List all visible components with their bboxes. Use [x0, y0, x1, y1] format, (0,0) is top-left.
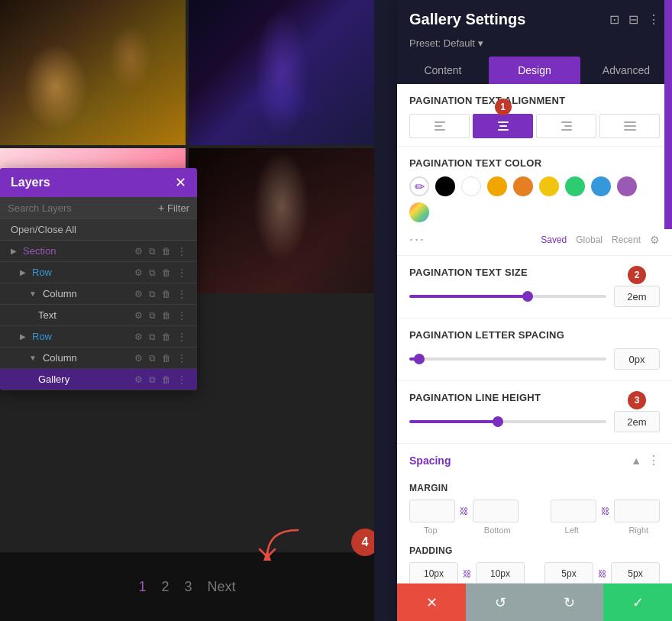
redo-button[interactable]: ↻	[535, 584, 603, 621]
margin-bottom-input[interactable]	[473, 500, 519, 522]
letter-spacing-value[interactable]: 0px	[614, 348, 660, 370]
color-swatch-white[interactable]	[461, 176, 481, 196]
duplicate-icon[interactable]: ⧉	[149, 310, 156, 321]
pagination-item-2[interactable]: 2	[161, 579, 169, 595]
pagination-next[interactable]: Next	[208, 579, 236, 595]
layer-item-column-2[interactable]: ▼ Column ⚙ ⧉ 🗑 ⋮	[0, 348, 197, 369]
settings-icon[interactable]: ⚙	[134, 289, 143, 299]
duplicate-icon[interactable]: ⧉	[149, 353, 156, 364]
global-colors-link[interactable]: Global	[576, 234, 603, 245]
spacing-section-header[interactable]: Spacing ▲ ⋮	[397, 444, 672, 477]
duplicate-icon[interactable]: ⧉	[149, 267, 156, 278]
more-icon[interactable]: ⋮	[177, 332, 186, 342]
layer-item-gallery[interactable]: Gallery ⚙ ⧉ 🗑 ⋮	[0, 369, 197, 390]
delete-icon[interactable]: 🗑	[162, 353, 171, 364]
preset-label: Preset: Default	[409, 37, 475, 49]
cancel-button[interactable]: ✕	[397, 584, 466, 621]
margin-right-input[interactable]	[614, 500, 660, 522]
settings-icon[interactable]: ⚙	[134, 310, 143, 321]
padding-top-input[interactable]: 10px	[409, 562, 458, 583]
duplicate-icon[interactable]: ⧉	[149, 374, 156, 385]
margin-top-input[interactable]	[409, 500, 455, 522]
margin-link-icon[interactable]: ⛓	[460, 500, 468, 522]
pagination-item-3[interactable]: 3	[185, 579, 192, 595]
layers-search-input[interactable]	[8, 202, 152, 214]
align-left-button[interactable]	[409, 114, 470, 138]
slider-thumb[interactable]	[414, 354, 425, 364]
text-size-value[interactable]: 2em	[614, 286, 660, 307]
layer-item-row-2[interactable]: ▶ Row ⚙ ⧉ 🗑 ⋮	[0, 326, 197, 348]
color-swatch-yellow[interactable]	[539, 176, 559, 196]
text-size-slider[interactable]	[409, 295, 606, 298]
color-swatch-purple[interactable]	[617, 176, 637, 196]
panel-header-icons: ⊡ ⊟ ⋮	[609, 12, 660, 27]
layers-close-button[interactable]: ✕	[175, 176, 186, 189]
slider-thumb[interactable]	[493, 416, 503, 427]
letter-spacing-slider[interactable]	[409, 357, 606, 361]
pagination-item-1[interactable]: 1	[138, 579, 146, 595]
more-icon[interactable]: ⋮	[177, 246, 186, 257]
responsive-icon[interactable]: ⊡	[609, 12, 619, 27]
more-icon[interactable]: ⋮	[177, 267, 186, 278]
margin-link-icon-2[interactable]: ⛓	[601, 500, 609, 522]
layer-item-section[interactable]: ▶ Section ⚙ ⧉ 🗑 ⋮	[0, 241, 197, 262]
layer-item-column-1[interactable]: ▼ Column ⚙ ⧉ 🗑 ⋮	[0, 283, 197, 305]
columns-icon[interactable]: ⊟	[628, 12, 638, 27]
more-icon[interactable]: ⋮	[177, 374, 186, 385]
delete-icon[interactable]: 🗑	[162, 374, 171, 385]
duplicate-icon[interactable]: ⧉	[149, 332, 156, 342]
color-swatch-green[interactable]	[565, 176, 585, 196]
margin-left-input[interactable]	[551, 500, 596, 522]
padding-left-right-link[interactable]: ⛓	[598, 569, 606, 578]
color-swatch-multicolor[interactable]	[409, 202, 429, 222]
layer-item-text[interactable]: Text ⚙ ⧉ 🗑 ⋮	[0, 305, 197, 326]
tab-advanced[interactable]: Advanced	[580, 57, 672, 84]
delete-icon[interactable]: 🗑	[162, 246, 171, 257]
layers-open-close-all[interactable]: Open/Close All	[0, 219, 197, 241]
saved-colors-link[interactable]: Saved	[541, 234, 567, 245]
line-height-slider[interactable]	[409, 420, 606, 423]
line-height-title: Pagination Line Height	[409, 392, 660, 403]
more-icon[interactable]: ⋮	[177, 289, 186, 299]
tab-design[interactable]: Design	[489, 57, 580, 84]
more-icon[interactable]: ⋮	[177, 353, 186, 364]
color-swatch-black[interactable]	[435, 176, 455, 196]
padding-bottom-input[interactable]: 10px	[476, 562, 525, 583]
delete-icon[interactable]: 🗑	[162, 289, 171, 299]
color-swatch-orange[interactable]	[513, 176, 533, 196]
tab-content[interactable]: Content	[397, 57, 489, 84]
more-options-icon[interactable]: ⋮	[648, 12, 660, 27]
padding-left-input[interactable]: 5px	[544, 562, 593, 583]
padding-top-bottom-link[interactable]: ⛓	[463, 569, 471, 578]
delete-icon[interactable]: 🗑	[162, 267, 171, 278]
color-picker-button[interactable]: ✏	[409, 176, 429, 196]
duplicate-icon[interactable]: ⧉	[149, 289, 156, 299]
collapse-spacing-icon[interactable]: ▲	[631, 454, 641, 467]
color-settings-icon[interactable]: ⚙	[650, 234, 660, 246]
reset-button[interactable]: ↺	[466, 584, 535, 621]
save-button[interactable]: ✓	[603, 584, 672, 621]
settings-icon[interactable]: ⚙	[134, 267, 143, 278]
spacing-more-icon[interactable]: ⋮	[648, 453, 660, 467]
settings-icon[interactable]: ⚙	[134, 353, 143, 364]
layers-filter-button[interactable]: Filter	[158, 202, 189, 214]
settings-icon[interactable]: ⚙	[134, 246, 143, 257]
line-height-value[interactable]: 2em	[614, 411, 660, 432]
align-center-button[interactable]: 1	[473, 114, 533, 138]
more-colors-button[interactable]: ···	[409, 231, 425, 247]
delete-icon[interactable]: 🗑	[162, 332, 171, 342]
slider-thumb[interactable]	[522, 291, 533, 302]
settings-icon[interactable]: ⚙	[134, 332, 143, 342]
layer-item-row-1[interactable]: ▶ Row ⚙ ⧉ 🗑 ⋮	[0, 262, 197, 283]
more-icon[interactable]: ⋮	[177, 310, 186, 321]
recent-colors-link[interactable]: Recent	[612, 234, 641, 245]
panel-preset-dropdown[interactable]: Preset: Default ▾	[397, 34, 672, 57]
duplicate-icon[interactable]: ⧉	[149, 246, 156, 257]
align-justify-button[interactable]	[599, 114, 660, 138]
color-swatch-orange-light[interactable]	[487, 176, 507, 196]
color-swatch-blue[interactable]	[591, 176, 611, 196]
settings-icon[interactable]: ⚙	[134, 374, 143, 385]
align-right-button[interactable]	[536, 114, 596, 138]
padding-right-input[interactable]: 5px	[611, 562, 660, 583]
delete-icon[interactable]: 🗑	[162, 310, 171, 321]
